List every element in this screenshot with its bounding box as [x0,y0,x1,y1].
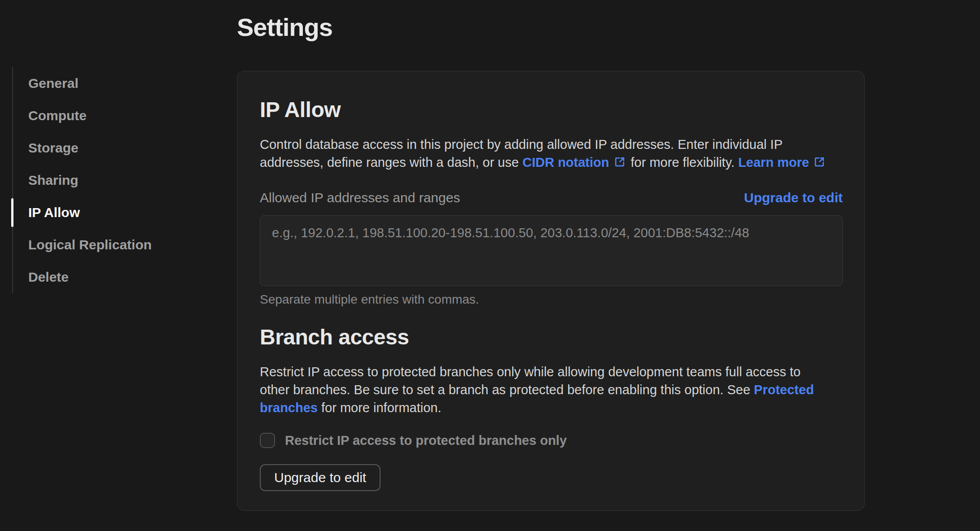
active-item-indicator [11,198,13,227]
description-text: other branches. Be sure to set a branch … [260,383,754,397]
branch-access-heading: Branch access [260,325,843,349]
sidebar-item-general[interactable]: General [13,67,219,100]
sidebar-item-storage[interactable]: Storage [13,132,219,164]
cidr-notation-link[interactable]: CIDR notation [522,155,627,170]
upgrade-to-edit-button[interactable]: Upgrade to edit [260,464,381,491]
sidebar-item-label: Delete [28,270,69,285]
sidebar-item-delete[interactable]: Delete [13,261,219,293]
sidebar-item-label: General [28,76,79,91]
description-text: Control database access in this project … [260,137,783,152]
textarea-helper-text: Separate multiple entries with commas. [260,292,843,307]
description-text: for more information. [318,400,442,415]
restrict-ip-checkbox-label: Restrict IP access to protected branches… [285,433,567,448]
restrict-ip-checkbox-row: Restrict IP access to protected branches… [260,433,843,448]
ip-allow-description: Control database access in this project … [260,135,843,171]
branch-access-description: Restrict IP access to protected branches… [260,363,843,417]
ip-allow-settings-card: IP Allow Control database access in this… [237,71,865,511]
sidebar-item-label: Storage [28,140,79,156]
learn-more-link[interactable]: Learn more [738,155,827,170]
sidebar-item-compute[interactable]: Compute [13,100,219,132]
restrict-ip-checkbox[interactable] [260,433,275,448]
sidebar-item-label: Logical Replication [28,237,152,252]
learn-more-link-label: Learn more [738,155,809,170]
allowed-ip-field-row: Allowed IP addresses and ranges Upgrade … [260,190,843,205]
upgrade-to-edit-link[interactable]: Upgrade to edit [744,190,843,205]
description-text: Restrict IP access to protected branches… [260,365,801,379]
sidebar-item-label: Sharing [28,173,79,188]
protected-branches-link[interactable]: Protected [754,383,814,397]
sidebar-item-sharing[interactable]: Sharing [13,164,219,196]
sidebar-item-label: Compute [28,108,87,123]
sidebar-item-label: IP Allow [28,205,80,220]
sidebar-item-logical-replication[interactable]: Logical Replication [13,229,219,261]
settings-sidebar: General Compute Storage Sharing IP Allow… [12,67,219,293]
description-text: addresses, define ranges with a dash, or… [260,155,522,170]
page-title: Settings [237,13,332,42]
allowed-ip-textarea[interactable] [260,215,843,286]
ip-allow-heading: IP Allow [260,97,843,122]
allowed-ip-field-label: Allowed IP addresses and ranges [260,190,460,205]
sidebar-item-ip-allow[interactable]: IP Allow [13,196,219,229]
external-link-icon [613,155,626,169]
description-text: for more flexibility. [627,155,739,170]
cidr-notation-link-label: CIDR notation [522,155,609,170]
protected-branches-link[interactable]: branches [260,400,318,415]
external-link-icon [813,155,826,169]
